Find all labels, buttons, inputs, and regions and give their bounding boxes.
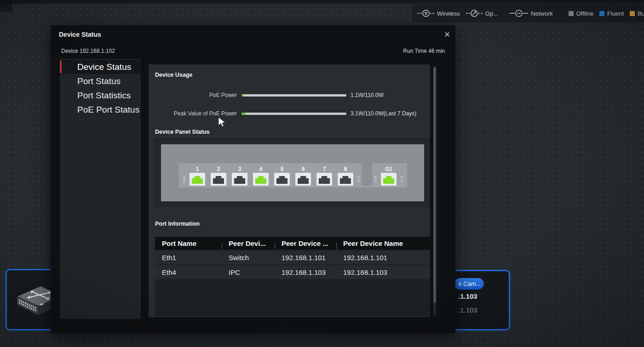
dialog-title: Device Status [59,31,101,38]
poe-power-progress-fill [242,94,244,97]
dialog-sidebar: Device Status Port Status Port Statistic… [60,59,141,319]
poe-power-row: PoE Power 1.1W/110.0W [149,91,430,100]
scrollbar-track[interactable] [433,66,436,316]
cell-peer-device-type: Switch [222,254,275,262]
port-number: 8 [344,166,347,173]
legend-busy-label: Busy [638,10,644,17]
faceplate-tick [357,176,360,182]
cell-port-name: Eth1 [155,254,222,262]
legend-fluent: Fluent [599,10,624,17]
port-number: 2 [217,166,220,173]
legend-optical-label: Op... [485,10,498,17]
port-number: 4 [259,166,263,173]
sidebar-item-device-status[interactable]: Device Status [60,60,141,74]
panel-port-1: 1 [190,166,205,186]
panel-port-2: 2 [211,166,226,186]
switch-faceplate: 1 2 3 4 5 [161,144,424,201]
legend-wireless-link: Wireless [418,10,460,17]
port-information-table: Port Name Peer Devi... Peer Device ... P… [155,237,430,316]
table-header-row: Port Name Peer Devi... Peer Device ... P… [155,237,430,250]
port-number: 7 [323,166,326,173]
camera-ip-secondary: .1.103 [458,306,477,314]
wireless-link-icon [418,10,434,17]
sidebar-item-port-status[interactable]: Port Status [60,74,141,88]
poe-peak-progressbar [242,113,346,115]
section-title-device-panel: Device Panel Status [155,129,210,135]
rj45-port-icon [381,173,397,186]
rj45-port-icon [232,173,247,186]
table-row: Eth1 Switch 192.168.1.101 192.168.1.101 [155,250,430,264]
top-edge-strip [0,0,644,4]
port-number: 6 [302,166,305,173]
poe-power-value: 1.1W/110.0W [351,92,384,98]
sidebar-item-label: Device Status [77,62,131,72]
column-header-peer-device-type: Peer Devi... [222,239,275,247]
poe-peak-row: Peak Value of PoE Power 3.1W/110.0W(Last… [149,109,430,118]
section-title-device-usage: Device Usage [155,72,192,78]
legend-network-link: Network [510,10,553,17]
table-row: Eth4 IPC 192.168.1.103 192.168.1.103 [155,265,430,279]
legend-busy: Busy [630,10,644,17]
legend-network-label: Network [531,10,553,17]
camera-name-label: k Cam... [459,280,481,287]
rj45-port-icon [316,173,332,186]
panel-port-8: 8 [338,166,353,186]
legend-fluent-label: Fluent [607,10,624,17]
rj45-port-icon [211,173,226,186]
rj45-port-icon [190,173,205,186]
legend-wireless-label: Wireless [437,10,460,17]
panel-port-5: 5 [274,166,290,186]
close-icon[interactable]: ✕ [442,29,453,40]
run-time-label: Run Time 46 min [403,48,445,54]
fluent-color-swatch [599,11,604,16]
camera-ip-primary: .1.103 [458,292,477,300]
offline-color-swatch [569,11,574,16]
faceplate-tick [374,176,377,182]
panel-port-7: 7 [316,166,332,186]
cell-peer-device-ip: 192.168.1.101 [275,254,336,262]
cell-peer-device-name: 192.168.1.103 [336,268,430,276]
sidebar-item-label: PoE Port Status [77,105,139,115]
panel-port-6: 6 [295,166,311,186]
rj45-port-icon [274,173,290,186]
sidebar-item-label: Port Status [77,76,121,86]
rj45-port-icon [253,173,269,186]
panel-port-g1: G1 [381,166,397,186]
corner-shade [0,0,12,12]
device-status-dialog: Device Status ✕ Device 192.168.1.102 Run… [51,25,455,333]
rj45-port-icon [338,173,353,186]
sidebar-item-port-statistics[interactable]: Port Statistics [60,88,141,102]
topology-legend-toolbar: Wireless Op... Network Offline Fluent [412,4,644,23]
optical-link-icon [466,10,483,17]
device-ip-label: Device 192.168.1.102 [61,48,115,54]
legend-offline: Offline [569,10,593,17]
legend-offline-label: Offline [576,10,593,17]
sidebar-item-label: Port Statistics [77,91,131,101]
column-header-port-name: Port Name [155,239,222,247]
faceplate-tick [183,176,185,182]
cell-peer-device-name: 192.168.1.101 [336,254,430,262]
section-title-port-information: Port Information [155,221,200,227]
busy-color-swatch [630,11,635,16]
column-header-peer-device-name: Peer Device Name [336,239,430,247]
legend-optical-link: Op... [466,10,498,17]
cell-peer-device-type: IPC [222,268,275,276]
camera-name-badge: k Cam... [454,278,484,290]
panel-port-4: 4 [253,166,269,186]
poe-peak-label: Peak Value of PoE Power [149,110,237,117]
poe-peak-value: 3.1W/110.0W(Last 7 Days) [351,110,416,117]
sidebar-item-poe-port-status[interactable]: PoE Port Status [60,102,141,117]
dialog-main-panel: Device Usage PoE Power 1.1W/110.0W Peak … [149,64,430,317]
faceplate-tick [401,176,403,182]
port-number: 1 [196,166,199,173]
network-link-icon [510,10,528,17]
port-number: 3 [238,166,242,173]
column-header-peer-device-ip: Peer Device ... [275,239,336,247]
device-panel-box: 1 2 3 4 5 [155,139,430,207]
poe-power-label: PoE Power [149,92,237,98]
cell-peer-device-ip: 192.168.1.103 [275,268,336,276]
scrollbar-thumb[interactable] [433,68,436,303]
panel-port-3: 3 [232,166,247,186]
port-number: G1 [385,166,392,173]
port-number: 5 [281,166,284,173]
